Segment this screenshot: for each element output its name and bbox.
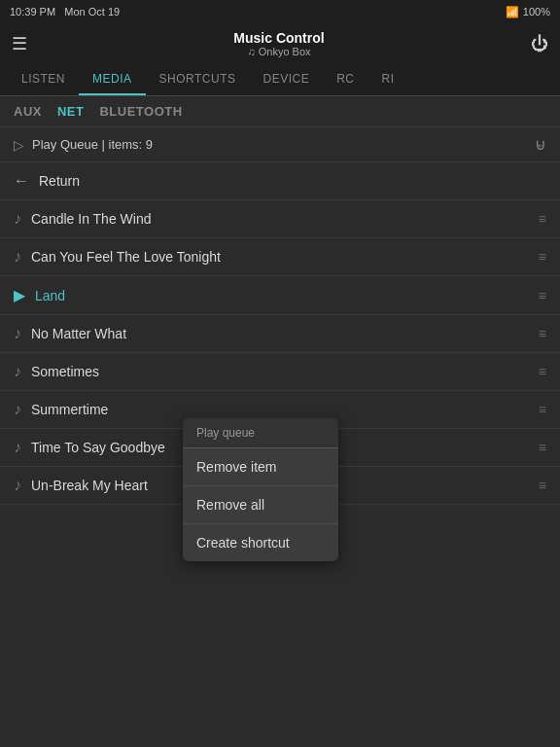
track-item[interactable]: ♪ Sometimes ≡ [0,353,560,391]
queue-header-left: ▷ Play Queue | items: 9 [14,137,153,153]
music-note-icon: ♪ [14,401,21,418]
drag-handle-icon[interactable]: ≡ [539,326,546,341]
music-note-icon: ♪ [14,248,21,266]
track-name: No Matter What [31,326,126,341]
track-left: ▶ Land [14,286,65,304]
header-center: Music Control ♫ Onkyo Box [233,30,324,57]
playing-icon: ▶ [14,286,25,304]
music-note-icon: ♪ [14,363,21,380]
drag-handle-icon[interactable]: ≡ [539,478,546,493]
tab-rc[interactable]: RC [323,64,368,95]
context-menu: Play queue Remove item Remove all Create… [183,418,338,561]
music-note-icon: ♪ [14,210,21,228]
status-right: 📶 100% [506,6,550,18]
status-bar: 10:39 PM Mon Oct 19 📶 100% [0,0,560,23]
track-left: ♪ Candle In The Wind [14,210,151,228]
tab-shortcuts[interactable]: SHORTCUTS [146,64,250,95]
app-subtitle: ♫ Onkyo Box [233,46,324,57]
music-note-icon: ♪ [14,325,21,342]
tab-media[interactable]: MEDIA [79,64,146,95]
tab-bar: LISTEN MEDIA SHORTCUTS DEVICE RC RI [0,64,560,96]
music-note-icon: ♪ [14,439,21,456]
wifi-icon: 📶 [506,6,519,18]
track-left: ♪ Time To Say Goodbye [14,439,165,456]
drag-handle-icon[interactable]: ≡ [539,402,546,417]
return-label: Return [39,173,80,189]
source-bar: AUX NET BLUETOOTH [0,96,560,127]
music-note-icon: ♪ [14,477,21,494]
battery-level: 100% [523,6,550,18]
track-name: Time To Say Goodbye [31,440,165,455]
track-left: ♪ Can You Feel The Love Tonight [14,248,221,266]
context-menu-remove-all[interactable]: Remove all [183,486,338,524]
context-menu-create-shortcut[interactable]: Create shortcut [183,524,338,561]
status-date: Mon Oct 19 [64,6,120,18]
track-name: Can You Feel The Love Tonight [31,249,221,265]
source-net[interactable]: NET [57,104,85,119]
context-menu-remove-item[interactable]: Remove item [183,448,338,486]
power-icon[interactable]: ⏻ [531,34,548,54]
track-name-playing: Land [35,288,65,303]
drag-handle-icon[interactable]: ≡ [539,249,546,265]
track-name: Sometimes [31,364,99,379]
app-title: Music Control [233,30,324,46]
return-item[interactable]: ← Return [0,162,560,200]
status-time: 10:39 PM [10,6,55,18]
queue-label: Play Queue | items: 9 [32,137,153,152]
track-item[interactable]: ♪ Can You Feel The Love Tonight ≡ [0,238,560,276]
menu-icon[interactable]: ☰ [12,33,27,54]
source-bluetooth[interactable]: BLUETOOTH [99,104,182,119]
track-item[interactable]: ♪ No Matter What ≡ [0,315,560,353]
track-item-playing[interactable]: ▶ Land ≡ [0,276,560,315]
tab-ri[interactable]: RI [368,64,408,95]
return-arrow-icon: ← [14,172,29,190]
track-item[interactable]: ♪ Candle In The Wind ≡ [0,200,560,238]
drag-handle-icon[interactable]: ≡ [539,211,546,227]
track-left: ♪ Sometimes [14,363,99,380]
track-name: Candle In The Wind [31,211,151,227]
tab-device[interactable]: DEVICE [249,64,323,95]
drag-handle-icon[interactable]: ≡ [539,364,546,379]
track-left: ♪ Summertime [14,401,108,418]
status-time-date: 10:39 PM Mon Oct 19 [10,6,120,18]
queue-header: ▷ Play Queue | items: 9 ⊌ [0,127,560,162]
play-queue-icon: ▷ [14,137,24,153]
drag-handle-icon[interactable]: ≡ [539,440,546,455]
track-left: ♪ No Matter What [14,325,126,342]
track-name: Un-Break My Heart [31,478,148,493]
drag-handle-icon[interactable]: ≡ [539,288,546,303]
track-name: Summertime [31,402,108,417]
app-header: ☰ Music Control ♫ Onkyo Box ⏻ [0,23,560,64]
source-aux[interactable]: AUX [14,104,42,119]
track-left: ♪ Un-Break My Heart [14,477,148,494]
filter-icon[interactable]: ⊌ [535,135,546,154]
tab-listen[interactable]: LISTEN [8,64,79,95]
context-menu-header: Play queue [183,418,338,448]
